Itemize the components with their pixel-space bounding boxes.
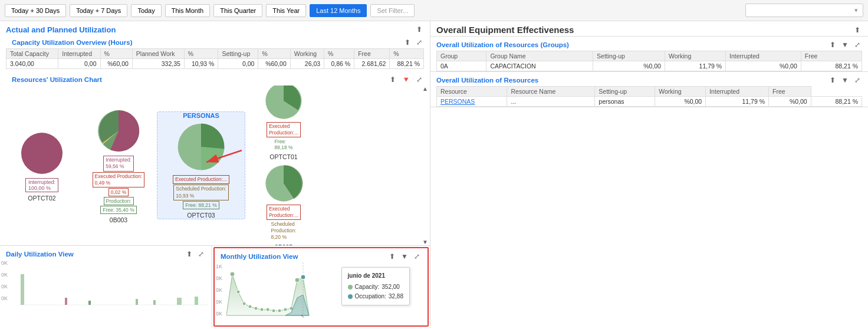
left-panel: Actual and Planned Utilization ⬆ Capacit… [0,21,430,328]
set-filter-button[interactable]: Set Filter... [370,4,415,17]
capacity-expand-icon[interactable]: ⤢ [415,38,424,47]
bottom-row: Daily Utilization View ⬆ ⤢ 0K 0K 0K 0K [0,245,430,328]
val-pct4: 0,86 % [324,59,354,69]
utilization-title: Actual and Planned Utilization [6,25,116,34]
personas-exec-label: Executed Production:... [173,175,229,184]
btn-last-12-months[interactable]: Last 12 Months [310,4,367,17]
btn-this-month[interactable]: This Month [165,4,210,17]
groups-table: Group Group Name Setting-up Working Inte… [436,51,862,71]
grp-val-working: 11,79 % [665,61,725,71]
col-total-capacity: Total Capacity [6,49,58,59]
svg-point-24 [284,308,287,311]
grp-col-interrupted: Interrupted [726,51,801,61]
pie-0b003: Interrupted:59,56 % Executed Production:… [80,107,157,223]
monthly-y-0k3: 0K [216,299,222,305]
oe-header: Overall Equipment Effectiveness ⬆ [430,21,868,37]
optct02-label: Interrupted:100,00 % [25,178,58,192]
monthly-upload-icon[interactable]: ⬆ [387,252,397,261]
0b005-name: 0B005 [275,244,292,245]
col-pct1: % [100,49,132,59]
col-working: Working [290,49,324,59]
capacity-upload-icon[interactable]: ⬆ [403,38,412,47]
tooltip-occupation-label: Occupation: [355,292,386,301]
monthly-y-0k4: 0K [216,311,222,317]
personas-sched-label: Scheduled Production:10,93 % [173,185,229,200]
groups-header: Overall Utilization of Resources (Groups… [430,37,868,51]
svg-text:↖: ↖ [301,314,305,319]
capacity-row: 3.040,00 0,00 %60,00 332,35 10,93 % 0,00… [6,59,424,69]
svg-rect-10 [88,301,91,305]
tooltip-occupation-row: Occupation: 32,88 [348,292,403,301]
btn-this-year[interactable]: This Year [266,4,306,17]
groups-filter-icon[interactable]: ▼ [840,40,850,50]
btn-today-7[interactable]: Today + 7 Days [70,4,127,17]
daily-upload-icon[interactable]: ⬆ [185,249,194,259]
val-free: 2.681,62 [354,59,390,69]
monthly-filter-icon[interactable]: ▼ [399,252,410,261]
pie-chart-row: Interrupted:100,00 % OPTCT02 Interrupte [0,85,430,245]
groups-expand-icon[interactable]: ⤢ [853,40,862,50]
right-pies: ExecutedProduction:... Free:89,18 % OPTC… [245,85,322,245]
grp-col-setting: Setting-up [593,51,665,61]
chevron-down-icon: ▾ [854,6,858,14]
scroll-down-arrow[interactable]: ▼ [422,239,428,245]
capacity-table: Total Capacity Interrupted % Planned Wor… [6,48,424,69]
resources-upload-icon[interactable]: ⬆ [388,75,397,84]
scroll-up-arrow[interactable]: ▲ [422,85,428,92]
res-col-free: Free [769,87,811,97]
chart-scrollbar[interactable]: ▲ ▼ [422,85,429,245]
capacity-title: Capacity Utilization Overview (Hours) [6,39,133,46]
svg-point-0 [21,133,63,174]
col-pct4: % [324,49,354,59]
daily-header: Daily Utilization View ⬆ ⤢ [0,246,212,260]
val-interrupted: 0,00 [58,59,100,69]
res-val-interrupted: %0,00 [769,97,811,107]
optct01-name: OPTCT01 [269,153,297,160]
svg-rect-8 [21,274,24,305]
tooltip-capacity-row: Capacity: 352,00 [348,282,403,292]
svg-point-20 [260,308,264,311]
daily-chart-area: 0K 0K 0K 0K [0,260,212,310]
top-dropdown[interactable]: ▾ [745,4,863,17]
res-val-setting: %0,00 [655,97,706,107]
monthly-y-0k2: 0K [216,287,222,293]
btn-this-quarter[interactable]: This Quarter [213,4,262,17]
resources-filter-icon[interactable]: 🔻 [400,75,412,84]
0b005-exec: ExecutedProduction:... [267,205,301,220]
grp-val-interrupted: %0,00 [726,61,801,71]
res-col-working: Working [655,87,706,97]
0b003-prod: Production: [104,197,134,205]
daily-expand-icon[interactable]: ⤢ [196,249,206,259]
upload-icon[interactable]: ⬆ [415,25,424,34]
pie-optct02: Interrupted:100,00 % OPTCT02 [4,130,80,202]
svg-point-21 [266,308,269,311]
grp-col-free: Free [801,51,862,61]
resources-header: Resources' Utilization Chart ⬆ 🔻 ⤢ [0,71,430,85]
res-val-working: 11,79 % [706,97,769,107]
pie-personas[interactable]: PERSONAS Executed Production:... Schedul… [157,111,245,219]
monthly-expand-icon[interactable]: ⤢ [412,252,422,261]
res-upload-icon[interactable]: ⬆ [828,75,837,85]
svg-point-19 [254,307,258,310]
svg-point-16 [236,290,240,294]
grp-val-setting: %0,00 [593,61,665,71]
res-val-resource[interactable]: PERSONAS [437,97,507,107]
svg-point-15 [230,272,235,277]
personas-name: OPTCT03 [187,212,215,219]
res-filter-icon[interactable]: ▼ [840,75,850,85]
0b003-free: Free: 35,40 % [100,206,136,214]
optct02-name: OPTCT02 [28,195,55,202]
oe-upload-icon[interactable]: ⬆ [853,25,862,35]
val-total: 3.040,00 [6,59,58,69]
res-expand-icon[interactable]: ⤢ [853,75,862,85]
groups-upload-icon[interactable]: ⬆ [828,40,837,50]
resources-expand-icon[interactable]: ⤢ [415,75,424,84]
btn-today[interactable]: Today [131,4,161,17]
top-bar: Today + 30 Days Today + 7 Days Today Thi… [0,0,868,21]
btn-today-30[interactable]: Today + 30 Days [5,4,66,17]
col-planned-work: Planned Work [132,49,184,59]
groups-section: Overall Utilization of Resources (Groups… [430,37,868,72]
utilization-header: Actual and Planned Utilization ⬆ [0,21,430,35]
capacity-header: Capacity Utilization Overview (Hours) ⬆ … [0,37,430,48]
col-pct5: % [390,49,424,59]
